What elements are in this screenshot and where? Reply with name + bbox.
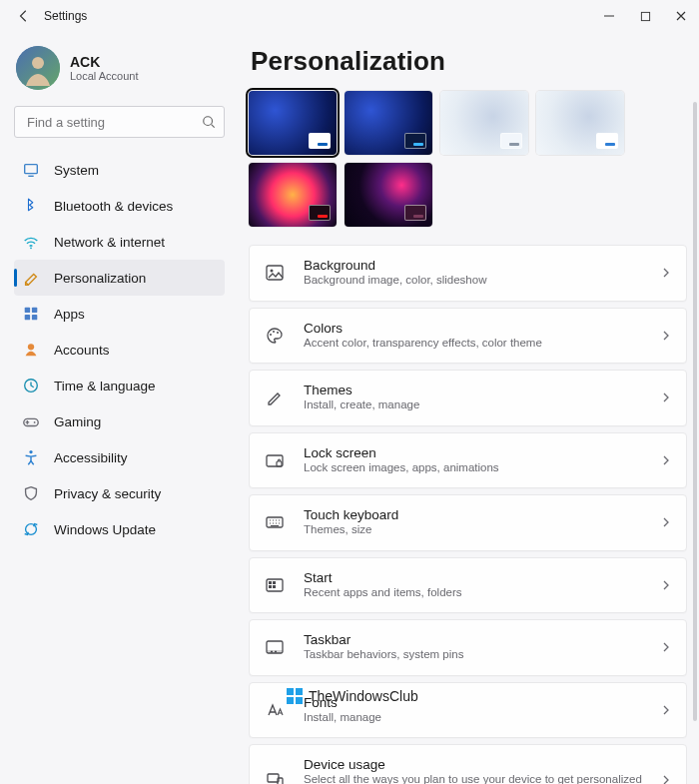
card-themes[interactable]: Themes Install, create, manage — [249, 370, 687, 426]
theme-thumb-6[interactable] — [345, 163, 432, 227]
back-button[interactable] — [10, 2, 38, 30]
windows-update-icon — [22, 520, 40, 538]
nav-label: Bluetooth & devices — [54, 199, 173, 214]
minimize-button[interactable] — [591, 2, 627, 30]
bluetooth-devices-icon — [22, 197, 40, 215]
nav-item-accessibility[interactable]: Accessibility — [14, 439, 225, 475]
system-icon — [22, 161, 40, 179]
nav-item-personalization[interactable]: Personalization — [14, 260, 225, 296]
nav-label: Gaming — [54, 414, 101, 429]
card-title: Lock screen — [304, 445, 650, 460]
card-background[interactable]: Background Background image, color, slid… — [249, 245, 687, 302]
apps-icon — [22, 305, 40, 323]
network-internet-icon — [22, 233, 40, 251]
chevron-right-icon — [660, 454, 672, 466]
card-fonts[interactable]: Fonts Install, manage — [249, 682, 687, 739]
time-language-icon — [22, 377, 40, 394]
image-icon — [264, 262, 286, 284]
cards-list: Background Background image, color, slid… — [249, 245, 687, 784]
chevron-right-icon — [660, 704, 672, 716]
svg-rect-0 — [641, 12, 649, 20]
theme-thumb-1[interactable] — [249, 91, 337, 155]
gaming-icon — [22, 412, 40, 430]
theme-thumb-5[interactable] — [249, 163, 337, 227]
card-touch-keyboard[interactable]: Touch keyboard Themes, size — [249, 494, 687, 551]
nav-item-windows-update[interactable]: Windows Update — [14, 511, 225, 547]
nav-label: Personalization — [54, 271, 146, 286]
page-title: Personalization — [251, 46, 687, 77]
account-block[interactable]: ACK Local Account — [16, 46, 225, 90]
theme-thumb-4[interactable] — [536, 91, 624, 155]
nav-item-privacy-security[interactable]: Privacy & security — [14, 475, 225, 511]
window-title: Settings — [44, 9, 87, 23]
card-taskbar[interactable]: Taskbar Taskbar behaviors, system pins — [249, 619, 687, 676]
scrollbar[interactable] — [693, 102, 697, 721]
nav-item-apps[interactable]: Apps — [14, 296, 225, 332]
nav-label: Windows Update — [54, 522, 156, 537]
minimize-icon — [603, 10, 615, 22]
account-sub: Local Account — [70, 70, 139, 82]
titlebar: Settings — [0, 0, 699, 32]
close-button[interactable] — [663, 2, 699, 30]
svg-point-2 — [32, 57, 44, 69]
keyboard-icon — [264, 511, 286, 533]
card-subtitle: Install, manage — [304, 710, 650, 726]
palette-icon — [264, 325, 286, 347]
nav-label: Accessibility — [54, 450, 128, 465]
nav-label: Time & language — [54, 379, 156, 393]
card-title: Themes — [304, 383, 650, 397]
card-title: Start — [304, 570, 650, 585]
card-title: Background — [304, 258, 650, 273]
chevron-right-icon — [660, 579, 672, 591]
card-subtitle: Accent color, transparency effects, colo… — [304, 336, 650, 352]
card-title: Fonts — [304, 695, 650, 710]
nav-label: System — [54, 163, 99, 178]
nav-item-network-internet[interactable]: Network & internet — [14, 224, 225, 260]
card-subtitle: Background image, color, slideshow — [304, 273, 650, 289]
brush-icon — [264, 387, 286, 408]
card-title: Colors — [304, 321, 650, 336]
card-title: Taskbar — [304, 632, 650, 647]
card-subtitle: Select all the ways you plan to use your… — [304, 772, 650, 784]
card-lock-screen[interactable]: Lock screen Lock screen images, apps, an… — [249, 432, 687, 489]
theme-thumb-2[interactable] — [345, 91, 432, 155]
card-subtitle: Themes, size — [304, 522, 650, 538]
nav-label: Apps — [54, 307, 85, 322]
accessibility-icon — [22, 448, 40, 466]
theme-grid — [249, 91, 687, 227]
nav-label: Accounts — [54, 343, 110, 358]
theme-thumb-3[interactable] — [440, 91, 528, 155]
card-subtitle: Lock screen images, apps, animations — [304, 460, 650, 476]
card-subtitle: Taskbar behaviors, system pins — [304, 647, 650, 663]
chevron-right-icon — [660, 392, 672, 403]
card-start[interactable]: Start Recent apps and items, folders — [249, 557, 687, 614]
chevron-right-icon — [660, 330, 672, 342]
nav-label: Network & internet — [54, 235, 165, 250]
nav-item-bluetooth-devices[interactable]: Bluetooth & devices — [14, 188, 225, 224]
card-subtitle: Recent apps and items, folders — [304, 585, 650, 601]
card-device-usage[interactable]: Device usage Select all the ways you pla… — [249, 744, 687, 784]
account-name: ACK — [70, 54, 139, 70]
fonts-icon — [264, 699, 286, 721]
nav-item-gaming[interactable]: Gaming — [14, 403, 225, 439]
nav-item-time-language[interactable]: Time & language — [14, 368, 225, 403]
card-title: Touch keyboard — [304, 507, 650, 522]
nav-item-system[interactable]: System — [14, 152, 225, 188]
search-icon — [202, 115, 216, 129]
device-icon — [264, 769, 286, 784]
maximize-button[interactable] — [627, 2, 663, 30]
start-icon — [264, 574, 286, 596]
nav-label: Privacy & security — [54, 486, 161, 501]
maximize-icon — [640, 11, 651, 22]
sidebar: ACK Local Account SystemBluetooth & devi… — [0, 32, 235, 784]
card-title: Device usage — [304, 757, 650, 772]
chevron-right-icon — [660, 267, 672, 279]
card-subtitle: Install, create, manage — [304, 397, 650, 413]
search-box[interactable] — [14, 106, 225, 138]
card-colors[interactable]: Colors Accent color, transparency effect… — [249, 308, 687, 365]
accounts-icon — [22, 341, 40, 359]
avatar — [16, 46, 60, 90]
search-input[interactable] — [25, 114, 202, 131]
chevron-right-icon — [660, 641, 672, 653]
nav-item-accounts[interactable]: Accounts — [14, 332, 225, 368]
